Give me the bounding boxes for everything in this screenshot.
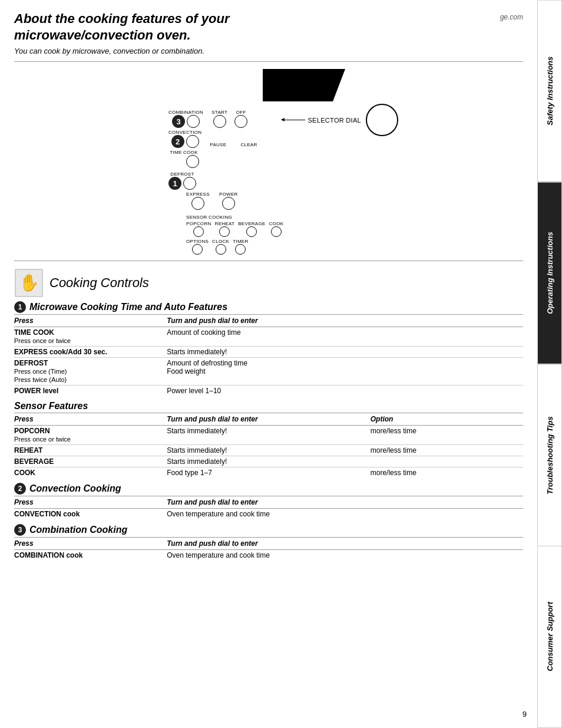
td-press: COOK bbox=[14, 467, 167, 479]
btn-express[interactable] bbox=[191, 197, 204, 210]
td-option: more/less time bbox=[371, 426, 523, 445]
sidebar-tab-operating[interactable]: Operating Instructions bbox=[537, 182, 562, 364]
header-divider bbox=[14, 61, 523, 62]
td-turn: Starts immediately! bbox=[167, 426, 371, 445]
td-option: more/less time bbox=[371, 445, 523, 456]
btn-off[interactable] bbox=[234, 115, 247, 128]
td-option bbox=[371, 327, 523, 347]
td-turn: Oven temperature and cook time bbox=[167, 550, 371, 561]
sidebar-tab-consumer[interactable]: Consumer Support bbox=[537, 546, 562, 728]
td-press: POPCORN Press once or twice bbox=[14, 426, 167, 445]
btn-start[interactable] bbox=[213, 115, 226, 128]
label-clock: Clock bbox=[212, 239, 229, 244]
section-num-2: 2 bbox=[14, 483, 26, 495]
cooking-controls: ✋ Cooking Controls 1 Microwave Cooking T… bbox=[14, 268, 523, 561]
combination-table: Press Turn and push dial to enter COMBIN… bbox=[14, 537, 523, 561]
sidebar-tab-safety[interactable]: Safety Instructions bbox=[537, 0, 562, 182]
section-sensor-header: Sensor Features bbox=[14, 401, 523, 411]
num-badge-1: 1 bbox=[168, 177, 181, 190]
td-option: more/less time bbox=[371, 467, 523, 479]
section-convection-title: Convection Cooking bbox=[29, 483, 121, 494]
label-off: Off bbox=[236, 110, 246, 115]
td-press: POWER level bbox=[14, 386, 167, 397]
th-turn-s: Turn and push dial to enter bbox=[167, 413, 371, 426]
label-popcorn: Popcorn bbox=[186, 221, 211, 226]
btn-clock[interactable] bbox=[216, 244, 226, 255]
th-press-cb: Press bbox=[14, 538, 167, 550]
label-clear: Clear bbox=[240, 142, 257, 147]
oven-diagram: Combination 3 Start Off bbox=[14, 69, 523, 255]
td-turn: Amount of cooking time bbox=[167, 327, 371, 347]
btn-beverage[interactable] bbox=[246, 226, 257, 237]
label-sensor-cooking: Sensor Cooking bbox=[186, 215, 232, 220]
section-combination-header: 3 Combination Cooking bbox=[14, 524, 523, 536]
table-row: CONVECTION cook Oven temperature and coo… bbox=[14, 509, 523, 520]
btn-cook-sensor[interactable] bbox=[271, 226, 282, 237]
th-option-1 bbox=[371, 315, 523, 327]
btn-power[interactable] bbox=[222, 197, 235, 210]
label-express: Express bbox=[186, 192, 210, 197]
btn-options[interactable] bbox=[192, 244, 203, 255]
th-turn-c: Turn and push dial to enter bbox=[167, 496, 371, 509]
table-row: EXPRESS cook/Add 30 sec. Starts immediat… bbox=[14, 347, 523, 358]
num-badge-3a: 3 bbox=[172, 115, 185, 128]
selector-dial[interactable] bbox=[366, 104, 398, 136]
table-row: DEFROST Press once (Time)Press twice (Au… bbox=[14, 358, 523, 386]
td-press: DEFROST Press once (Time)Press twice (Au… bbox=[14, 358, 167, 386]
btn-reheat[interactable] bbox=[219, 226, 230, 237]
btn-popcorn[interactable] bbox=[193, 226, 204, 237]
label-power: Power bbox=[219, 192, 238, 197]
td-turn: Starts immediately! bbox=[167, 445, 371, 456]
main-content: About the cooking features of your micro… bbox=[0, 0, 537, 579]
th-press-c: Press bbox=[14, 496, 167, 509]
diagram-divider bbox=[14, 261, 523, 261]
section-sensor: Sensor Features Press Turn and push dial… bbox=[14, 401, 523, 478]
table-row: BEVERAGE Starts immediately! bbox=[14, 456, 523, 467]
selector-dial-area: Selector Dial bbox=[282, 104, 398, 136]
label-options: Options bbox=[186, 239, 209, 244]
td-turn: Starts immediately! bbox=[167, 347, 371, 358]
th-option-s: Option bbox=[371, 413, 523, 426]
ge-com: ge.com bbox=[500, 13, 523, 21]
label-combination: Combination bbox=[168, 110, 203, 115]
hand-icon: ✋ bbox=[14, 268, 44, 298]
td-press: BEVERAGE bbox=[14, 456, 167, 467]
section-convection-header: 2 Convection Cooking bbox=[14, 483, 523, 495]
td-option bbox=[371, 509, 523, 520]
btn-combination[interactable] bbox=[187, 115, 200, 128]
label-start: Start bbox=[211, 110, 227, 115]
td-press: COMBINATION cook bbox=[14, 550, 167, 561]
section-convection: 2 Convection Cooking Press Turn and push… bbox=[14, 483, 523, 519]
section-sensor-title: Sensor Features bbox=[14, 401, 88, 411]
cooking-controls-title: Cooking Controls bbox=[49, 275, 149, 291]
th-turn-cb: Turn and push dial to enter bbox=[167, 538, 371, 550]
oven-display-screen bbox=[263, 69, 345, 101]
td-press: TIME COOK Press once or twice bbox=[14, 327, 167, 347]
btn-defrost[interactable] bbox=[183, 177, 196, 190]
th-press-s: Press bbox=[14, 413, 167, 426]
td-option bbox=[371, 456, 523, 467]
table-row: COMBINATION cook Oven temperature and co… bbox=[14, 550, 523, 561]
btn-time-cook[interactable] bbox=[186, 155, 199, 168]
sidebar: Safety Instructions Operating Instructio… bbox=[537, 0, 562, 728]
td-turn: Starts immediately! bbox=[167, 456, 371, 467]
th-turn-1: Turn and push dial to enter bbox=[167, 315, 371, 327]
td-option bbox=[371, 347, 523, 358]
sidebar-tab-troubleshooting[interactable]: Troubleshooting Tips bbox=[537, 364, 562, 546]
svg-text:✋: ✋ bbox=[19, 273, 39, 292]
label-cook-sensor: Cook bbox=[269, 221, 284, 226]
table-row: TIME COOK Press once or twice Amount of … bbox=[14, 327, 523, 347]
td-turn: Food type 1–7 bbox=[167, 467, 371, 479]
cooking-controls-header: ✋ Cooking Controls bbox=[14, 268, 523, 298]
label-reheat: Reheat bbox=[215, 221, 235, 226]
table-row: COOK Food type 1–7 more/less time bbox=[14, 467, 523, 479]
section-combination-title: Combination Cooking bbox=[29, 525, 127, 535]
label-beverage: Beverage bbox=[238, 221, 265, 226]
btn-timer[interactable] bbox=[235, 244, 246, 255]
table-row: REHEAT Starts immediately! more/less tim… bbox=[14, 445, 523, 456]
td-option bbox=[371, 386, 523, 397]
btn-convection[interactable] bbox=[186, 135, 199, 148]
td-turn: Oven temperature and cook time bbox=[167, 509, 371, 520]
section-microwave-title: Microwave Cooking Time and Auto Features bbox=[29, 302, 227, 312]
td-turn: Amount of defrosting timeFood weight bbox=[167, 358, 371, 386]
